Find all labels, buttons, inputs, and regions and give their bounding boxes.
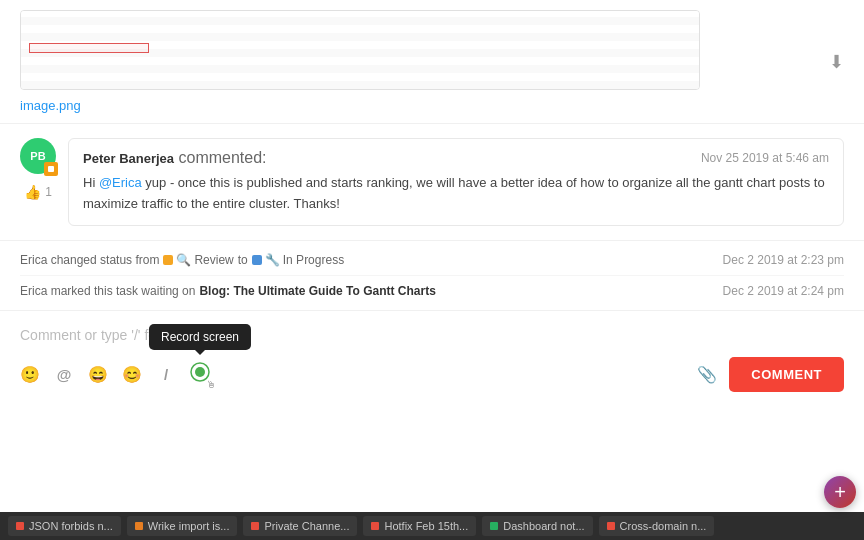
taskbar-item-4[interactable]: Hotfix Feb 15th... [363,516,476,536]
emoji-person-icon[interactable]: 🙂 [20,364,40,384]
bottom-taskbar: JSON forbids n... Wrike import is... Pri… [0,512,864,540]
comment-section: PB 👍 1 Peter Banerjea commented: Nov 2 [0,124,864,241]
comment-input-section: Comment or type '/' for commands 🙂 @ 😄 😊… [0,310,864,512]
taskbar-label-6: Cross-domain n... [620,520,707,532]
download-icon[interactable]: ⬇ [829,51,844,73]
comment-author: Peter Banerjea [83,151,174,166]
image-thumbnail[interactable] [20,10,700,90]
status-inprogress-badge: 🔧 In Progress [252,253,344,267]
avatar: PB [20,138,56,174]
comment-body: Peter Banerjea commented: Nov 25 2019 at… [68,138,844,226]
slash-command-icon[interactable]: / [156,364,176,384]
svg-point-2 [195,367,205,377]
comment-text-after: yup - once this is published and starts … [83,175,825,211]
avatar-badge [44,162,58,176]
like-count: 1 [45,185,52,199]
activity-item-1: Erica changed status from 🔍 Review to 🔧 … [20,245,844,276]
taskbar-label-5: Dashboard not... [503,520,584,532]
fab-button[interactable]: + [824,476,856,508]
image-filename[interactable]: image.png [20,98,700,113]
taskbar-label-3: Private Channe... [264,520,349,532]
status-review-badge: 🔍 Review [163,253,233,267]
activity-timestamp-1: Dec 2 2019 at 2:23 pm [723,253,844,267]
activity-text-1: Erica changed status from 🔍 Review to 🔧 … [20,253,344,267]
emoji-face-icon[interactable]: 😊 [122,364,142,384]
emoji-icon[interactable]: 😄 [88,364,108,384]
image-section: image.png ⬇ [0,0,864,124]
taskbar-item-6[interactable]: Cross-domain n... [599,516,715,536]
comment-mention[interactable]: @Erica [99,175,142,190]
svg-rect-0 [48,166,54,172]
taskbar-label-2: Wrike import is... [148,520,230,532]
taskbar-item-3[interactable]: Private Channe... [243,516,357,536]
activity-item-2: Erica marked this task waiting on Blog: … [20,276,844,306]
activity-section: Erica changed status from 🔍 Review to 🔧 … [0,241,864,310]
comment-button[interactable]: COMMENT [729,357,844,392]
attachment-icon[interactable]: 📎 [697,365,717,384]
activity-link[interactable]: Blog: The Ultimate Guide To Gantt Charts [199,284,435,298]
activity-timestamp-2: Dec 2 2019 at 2:24 pm [723,284,844,298]
taskbar-item-5[interactable]: Dashboard not... [482,516,592,536]
comment-text-before: Hi [83,175,99,190]
record-screen-tooltip: Record screen [149,324,251,350]
taskbar-label-4: Hotfix Feb 15th... [384,520,468,532]
like-icon[interactable]: 👍 [24,184,41,200]
like-area: 👍 1 [24,184,52,200]
taskbar-item-1[interactable]: JSON forbids n... [8,516,121,536]
comment-timestamp: Nov 25 2019 at 5:46 am [701,151,829,165]
taskbar-label-1: JSON forbids n... [29,520,113,532]
record-screen-icon[interactable] [189,361,211,388]
main-container: image.png ⬇ PB 👍 1 Pe [0,0,864,540]
comment-meta: Peter Banerjea commented: Nov 25 2019 at… [83,149,829,167]
toolbar-left: 🙂 @ 😄 😊 / Record screen 🖱 [20,364,210,384]
comment-text: Hi @Erica yup - once this is published a… [83,173,829,215]
record-screen-icon-wrapper[interactable]: Record screen 🖱 [190,364,210,384]
comment-action: commented: [179,149,267,166]
taskbar-item-2[interactable]: Wrike import is... [127,516,238,536]
comment-toolbar: 🙂 @ 😄 😊 / Record screen 🖱 [20,357,844,392]
at-mention-icon[interactable]: @ [54,364,74,384]
comment-placeholder[interactable]: Comment or type '/' for commands [20,321,844,349]
activity-text-2: Erica marked this task waiting on Blog: … [20,284,436,298]
